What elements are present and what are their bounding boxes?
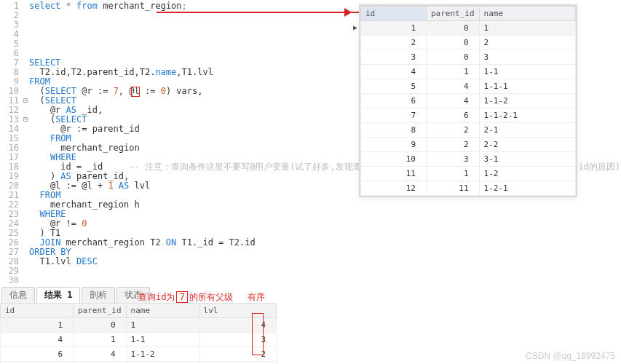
line-gutter: 1234567891011⊟1213⊟141516171819202122232… <box>0 0 22 285</box>
rcol-id[interactable]: id <box>1 304 74 318</box>
table-row[interactable]: 411-1 <box>361 65 576 79</box>
param-highlight-box <box>131 87 140 97</box>
table-row[interactable]: 641-1-22 <box>1 347 277 362</box>
col-id[interactable]: id <box>361 7 427 21</box>
table-row[interactable]: 411-13 <box>1 333 277 347</box>
tab-result[interactable]: 结果 1 <box>36 287 80 303</box>
table-row[interactable]: 761-1-2-11 <box>1 362 277 365</box>
rcol-name[interactable]: name <box>126 304 199 318</box>
table-row[interactable]: 202 <box>361 36 576 50</box>
watermark: CSDN @qq_16992475 <box>526 351 615 361</box>
code-line[interactable]: T2.id,T2.parent_id,T2.name,T1.lvl <box>29 68 213 77</box>
fold-icon[interactable]: ⊟ <box>23 96 28 104</box>
result-grid[interactable]: id parent_id name lvl ▶1014411-13641-1-2… <box>0 303 277 364</box>
tab-profile[interactable]: 剖析 <box>82 287 115 303</box>
table-row[interactable]: 922-2 <box>361 138 576 152</box>
rcol-parent-id[interactable]: parent_id <box>74 304 127 318</box>
table-row[interactable]: 761-1-2-1 <box>361 108 576 123</box>
result-tabs: 信息 结果 1 剖析 状态 <box>1 288 150 303</box>
line-number: 30 <box>9 276 19 285</box>
annotation-ordered: 有序 <box>248 291 265 304</box>
annotation-query-parents: 查询id为7的所有父级 <box>138 291 233 304</box>
lvl-highlight-box <box>252 313 264 355</box>
code-line[interactable]: T1.lvl DESC <box>29 257 98 266</box>
table-row[interactable]: 641-1-2 <box>361 94 576 108</box>
code-line[interactable]: select * from merchant_region; <box>29 1 187 11</box>
table-row[interactable]: 1111-2 <box>361 167 576 181</box>
table-row[interactable]: 1033-1 <box>361 152 576 167</box>
table-row[interactable]: 541-1-1 <box>361 79 576 94</box>
table-row[interactable]: 12111-2-1 <box>361 181 576 196</box>
fold-icon[interactable]: ⊟ <box>23 115 28 123</box>
table-row[interactable]: 822-1 <box>361 123 576 138</box>
table-row[interactable]: ▶1014 <box>1 318 277 333</box>
table-row[interactable]: ▶101 <box>361 21 576 36</box>
tab-info[interactable]: 信息 <box>1 287 35 303</box>
col-name[interactable]: name <box>479 7 575 21</box>
col-parent-id[interactable]: parent_id <box>427 7 480 21</box>
merchant-region-data-popup: id parent_id name ▶101202303411-1541-1-1… <box>359 4 577 197</box>
table-row[interactable]: 303 <box>361 50 576 65</box>
rcol-lvl[interactable]: lvl <box>199 304 276 318</box>
